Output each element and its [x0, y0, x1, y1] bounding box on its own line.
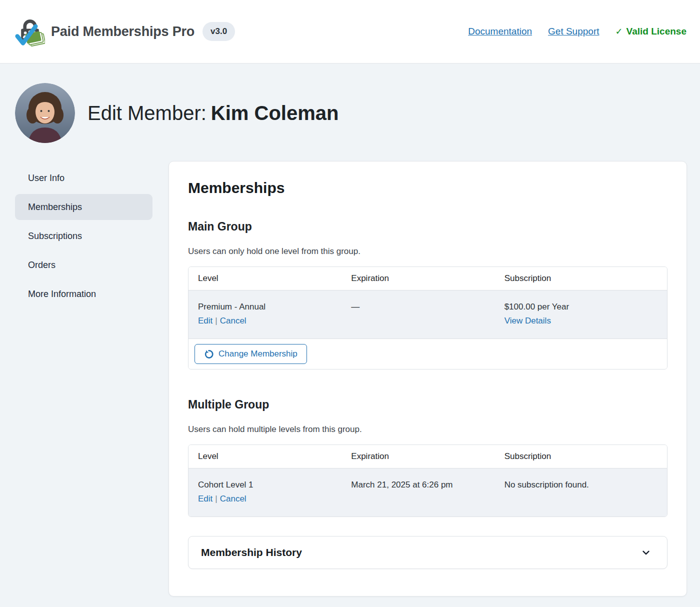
action-separator: | — [215, 316, 217, 326]
column-header-expiration: Expiration — [351, 452, 504, 462]
table-header-row: Level Expiration Subscription — [188, 267, 667, 290]
license-label: Valid License — [626, 26, 686, 37]
member-name: Kim Coleman — [211, 102, 339, 124]
level-name: Cohort Level 1 — [198, 480, 351, 490]
membership-history-title: Membership History — [201, 546, 302, 559]
brand: Paid Memberships Pro v3.0 — [15, 16, 235, 46]
body-grid: User Info Memberships Subscriptions Orde… — [15, 161, 687, 596]
column-header-level: Level — [198, 452, 351, 462]
page-content: Edit Member:Kim Coleman User Info Member… — [0, 83, 700, 596]
page-head: Edit Member:Kim Coleman — [15, 83, 687, 143]
table-footer: Change Membership — [188, 339, 667, 369]
refresh-icon — [204, 350, 214, 359]
level-name: Premium - Annual — [198, 302, 351, 312]
cancel-level-link[interactable]: Cancel — [220, 316, 246, 326]
multiple-group-title: Multiple Group — [188, 398, 668, 412]
chevron-down-icon — [640, 547, 652, 558]
subscription-cell: No subscription found. — [504, 480, 658, 504]
level-actions: Edit|Cancel — [198, 316, 351, 326]
sidebar-item-more-information[interactable]: More Information — [15, 281, 152, 307]
main-group-table: Level Expiration Subscription Premium - … — [188, 266, 668, 370]
multiple-group-table: Level Expiration Subscription Cohort Lev… — [188, 444, 668, 517]
expiration-cell: — — [351, 302, 504, 326]
member-nav-sidebar: User Info Memberships Subscriptions Orde… — [15, 161, 152, 310]
column-header-expiration: Expiration — [351, 274, 504, 284]
avatar — [15, 83, 75, 143]
license-status-badge: ✓ Valid License — [616, 26, 687, 37]
panel-title: Memberships — [188, 178, 668, 198]
pmpro-logo-icon — [15, 16, 45, 46]
change-membership-button[interactable]: Change Membership — [194, 344, 307, 364]
table-header-row: Level Expiration Subscription — [188, 445, 667, 468]
level-cell: Cohort Level 1 Edit|Cancel — [198, 480, 351, 504]
table-row: Premium - Annual Edit|Cancel — $100.00 p… — [188, 290, 667, 339]
sidebar-item-subscriptions[interactable]: Subscriptions — [15, 223, 152, 249]
memberships-panel: Memberships Main Group Users can only ho… — [168, 161, 687, 596]
membership-history-toggle[interactable]: Membership History — [188, 536, 668, 569]
page-title-prefix: Edit Member: — [88, 102, 206, 124]
level-actions: Edit|Cancel — [198, 494, 351, 504]
level-cell: Premium - Annual Edit|Cancel — [198, 302, 351, 326]
view-details-link[interactable]: View Details — [504, 316, 551, 326]
brand-name: Paid Memberships Pro — [51, 24, 194, 40]
check-icon: ✓ — [616, 26, 623, 37]
subscription-value: $100.00 per Year — [504, 302, 658, 312]
column-header-level: Level — [198, 274, 351, 284]
action-separator: | — [215, 494, 217, 504]
page-title: Edit Member:Kim Coleman — [88, 102, 338, 124]
subscription-actions: View Details — [504, 316, 658, 326]
column-header-subscription: Subscription — [504, 274, 658, 284]
sidebar-item-memberships[interactable]: Memberships — [15, 194, 152, 220]
table-row: Cohort Level 1 Edit|Cancel March 21, 202… — [188, 468, 667, 516]
subscription-value: No subscription found. — [504, 480, 658, 490]
expiration-value: — — [351, 302, 504, 312]
sidebar-item-orders[interactable]: Orders — [15, 252, 152, 278]
cancel-level-link[interactable]: Cancel — [220, 494, 246, 504]
main-group-description: Users can only hold one level from this … — [188, 246, 668, 258]
get-support-link[interactable]: Get Support — [548, 26, 599, 37]
column-header-subscription: Subscription — [504, 452, 658, 462]
top-bar: Paid Memberships Pro v3.0 Documentation … — [0, 0, 700, 64]
top-nav: Documentation Get Support ✓ Valid Licens… — [468, 26, 686, 37]
expiration-value: March 21, 2025 at 6:26 pm — [351, 480, 504, 490]
multiple-group-description: Users can hold multiple levels from this… — [188, 424, 668, 436]
subscription-cell: $100.00 per Year View Details — [504, 302, 658, 326]
edit-level-link[interactable]: Edit — [198, 316, 212, 326]
edit-level-link[interactable]: Edit — [198, 494, 212, 504]
main-group-title: Main Group — [188, 220, 668, 234]
version-badge: v3.0 — [202, 22, 235, 41]
expiration-cell: March 21, 2025 at 6:26 pm — [351, 480, 504, 504]
change-membership-label: Change Membership — [218, 349, 298, 359]
sidebar-item-user-info[interactable]: User Info — [15, 165, 152, 191]
documentation-link[interactable]: Documentation — [468, 26, 532, 37]
